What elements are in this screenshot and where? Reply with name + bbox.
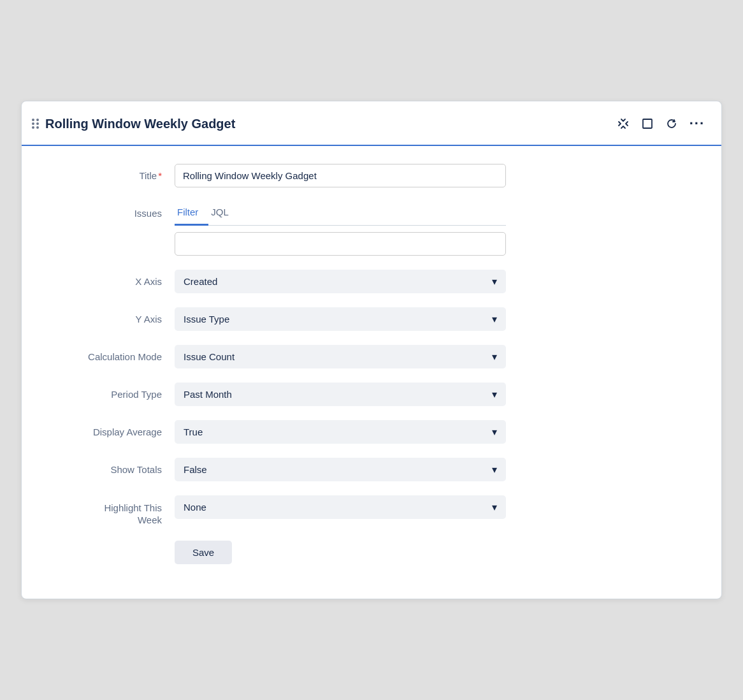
- calculation-mode-control: Issue Count Story Points Time Spent ▾: [175, 345, 506, 368]
- issues-tabs-row: Issues Filter JQL: [47, 201, 696, 270]
- display-average-select[interactable]: True False: [175, 420, 506, 444]
- y-axis-select[interactable]: Issue Type Priority Assignee Status: [175, 307, 506, 331]
- calculation-mode-select[interactable]: Issue Count Story Points Time Spent: [175, 345, 506, 368]
- tab-jql[interactable]: JQL: [208, 201, 239, 226]
- x-axis-label: X Axis: [47, 270, 175, 287]
- y-axis-row: Y Axis Issue Type Priority Assignee Stat…: [47, 307, 696, 331]
- tab-bar: Filter JQL: [175, 201, 506, 226]
- tab-filter[interactable]: Filter: [175, 201, 208, 226]
- show-totals-control: False True ▾: [175, 458, 506, 481]
- widget-body: Title* Issues Filter JQL X Axis: [22, 146, 721, 599]
- x-axis-select-wrapper: Created Updated Due Date ▾: [175, 270, 506, 293]
- collapse-button[interactable]: [614, 115, 632, 133]
- widget-title: Rolling Window Weekly Gadget: [45, 117, 235, 131]
- display-average-label: Display Average: [47, 420, 175, 437]
- highlight-this-week-row: Highlight ThisWeek None Current Week Las…: [47, 495, 696, 527]
- save-label-spacer: [47, 541, 175, 547]
- period-type-row: Period Type Past Month Past Week Past Qu…: [47, 383, 696, 406]
- save-button[interactable]: Save: [175, 541, 232, 564]
- y-axis-label: Y Axis: [47, 307, 175, 324]
- x-axis-select[interactable]: Created Updated Due Date: [175, 270, 506, 293]
- widget-container: Rolling Window Weekly Gadget: [21, 101, 722, 599]
- title-input-area: [175, 164, 506, 187]
- svg-rect-0: [643, 119, 652, 128]
- title-input[interactable]: [175, 164, 506, 187]
- show-totals-label: Show Totals: [47, 458, 175, 475]
- calculation-mode-row: Calculation Mode Issue Count Story Point…: [47, 345, 696, 368]
- highlight-this-week-control: None Current Week Last Week ▾: [175, 495, 506, 519]
- calculation-mode-label: Calculation Mode: [47, 345, 175, 362]
- display-average-select-wrapper: True False ▾: [175, 420, 506, 444]
- show-totals-select-wrapper: False True ▾: [175, 458, 506, 481]
- widget-header-actions: ···: [614, 113, 707, 135]
- y-axis-control: Issue Type Priority Assignee Status ▾: [175, 307, 506, 331]
- title-row: Title*: [47, 164, 696, 187]
- x-axis-control: Created Updated Due Date ▾: [175, 270, 506, 293]
- display-average-control: True False ▾: [175, 420, 506, 444]
- show-totals-row: Show Totals False True ▾: [47, 458, 696, 481]
- period-type-select[interactable]: Past Month Past Week Past Quarter Past Y…: [175, 383, 506, 406]
- issues-tab-section: Filter JQL: [175, 201, 506, 270]
- drag-handle[interactable]: [32, 119, 39, 129]
- save-button-area: Save: [175, 541, 506, 564]
- widget-header: Rolling Window Weekly Gadget: [22, 101, 721, 146]
- title-label: Title*: [47, 164, 175, 181]
- x-axis-row: X Axis Created Updated Due Date ▾: [47, 270, 696, 293]
- highlight-this-week-select[interactable]: None Current Week Last Week: [175, 495, 506, 519]
- filter-input[interactable]: [175, 232, 506, 256]
- period-type-select-wrapper: Past Month Past Week Past Quarter Past Y…: [175, 383, 506, 406]
- display-average-row: Display Average True False ▾: [47, 420, 696, 444]
- refresh-button[interactable]: [663, 115, 681, 133]
- save-row: Save: [47, 541, 696, 564]
- calculation-mode-select-wrapper: Issue Count Story Points Time Spent ▾: [175, 345, 506, 368]
- highlight-this-week-select-wrapper: None Current Week Last Week ▾: [175, 495, 506, 519]
- period-type-control: Past Month Past Week Past Quarter Past Y…: [175, 383, 506, 406]
- expand-button[interactable]: [638, 115, 656, 133]
- show-totals-select[interactable]: False True: [175, 458, 506, 481]
- y-axis-select-wrapper: Issue Type Priority Assignee Status ▾: [175, 307, 506, 331]
- issues-label: Issues: [47, 201, 175, 219]
- widget-header-left: Rolling Window Weekly Gadget: [32, 117, 235, 131]
- more-menu-button[interactable]: ···: [687, 113, 707, 135]
- period-type-label: Period Type: [47, 383, 175, 400]
- highlight-this-week-label: Highlight ThisWeek: [47, 495, 175, 527]
